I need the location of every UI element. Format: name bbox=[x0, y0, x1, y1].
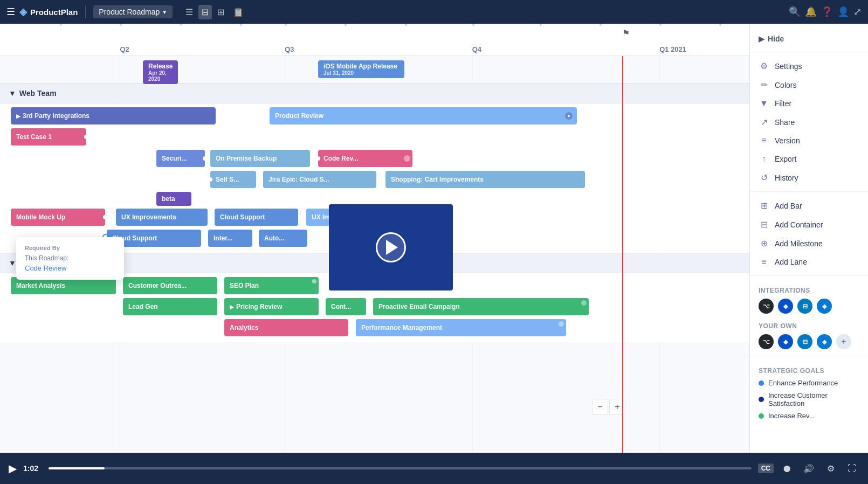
player-fullscreen-btn[interactable]: ⛶ bbox=[844, 461, 859, 475]
add-container-label: Add Container bbox=[775, 220, 823, 229]
bar-inter[interactable]: Inter... bbox=[208, 230, 252, 247]
popup-link[interactable]: Code Review bbox=[25, 264, 115, 272]
sidebar-divider-1 bbox=[750, 52, 868, 52]
sidebar-item-add-bar[interactable]: ⊞ Add Bar bbox=[750, 196, 868, 215]
bell-icon[interactable]: 🔔 bbox=[805, 6, 817, 18]
connector-dot-mobile bbox=[102, 214, 105, 220]
bar-seo-plan[interactable]: SEO Plan bbox=[224, 277, 319, 294]
connector-dot-self bbox=[210, 176, 213, 183]
help-icon[interactable]: ❓ bbox=[821, 6, 833, 18]
sidebar-item-settings[interactable]: ⚙ Settings bbox=[750, 57, 868, 75]
sidebar-item-add-milestone[interactable]: ⊕ Add Milestone bbox=[750, 234, 868, 253]
bar-product-review[interactable]: Product Review ● bbox=[270, 107, 577, 125]
colors-icon: ✏ bbox=[759, 80, 769, 90]
search-icon[interactable]: 🔍 bbox=[789, 6, 801, 18]
bar-ux-improvements-1[interactable]: UX Improvements bbox=[116, 209, 208, 226]
video-overlay[interactable] bbox=[329, 204, 453, 291]
web-team-collapse-icon[interactable]: ▼ bbox=[9, 89, 16, 98]
strategic-goals-title: Strategic Goals bbox=[750, 361, 868, 377]
top-nav: ☰ ◈ ProductPlan Product Roadmap ▼ ☰ ⊟ ⊞ … bbox=[0, 0, 868, 24]
bar-label: SEO Plan bbox=[230, 282, 259, 289]
sidebar-item-export[interactable]: ↑ Export bbox=[750, 150, 868, 168]
timeline-dot bbox=[285, 24, 287, 26]
app-name: ProductPlan bbox=[30, 8, 78, 17]
your-azure-integration[interactable]: ◈ bbox=[817, 334, 832, 349]
bar-on-premise[interactable]: On Premise Backup bbox=[210, 150, 310, 167]
bar-beta[interactable]: beta bbox=[156, 192, 191, 206]
required-by-popup: Required By This Roadmap: Code Review bbox=[16, 237, 124, 280]
player-settings-btn[interactable]: ⚙ bbox=[824, 461, 838, 476]
play-button[interactable] bbox=[376, 232, 406, 262]
hamburger-icon[interactable]: ☰ bbox=[6, 6, 15, 18]
bar-cloud-support-1[interactable]: Cloud Support bbox=[215, 209, 298, 226]
flag-icon: ⚑ bbox=[622, 28, 630, 38]
timeline-dot bbox=[540, 24, 542, 26]
bar-securi[interactable]: Securi... bbox=[156, 150, 205, 167]
bar-auto[interactable]: Auto... bbox=[259, 230, 307, 247]
zoom-out-button[interactable]: − bbox=[592, 399, 608, 415]
your-github-integration[interactable]: ⌥ bbox=[759, 334, 774, 349]
bar-shopping-cart[interactable]: Shopping: Cart Improvements bbox=[385, 171, 585, 188]
bar-performance-management[interactable]: Performance Management bbox=[356, 319, 566, 336]
bar-lead-gen[interactable]: Lead Gen bbox=[123, 298, 217, 315]
goal-customer: Increase Customer Satisfaction bbox=[750, 389, 868, 410]
trello-integration[interactable]: ⊟ bbox=[797, 299, 812, 314]
sidebar-item-colors[interactable]: ✏ Colors bbox=[750, 75, 868, 94]
your-own-title: Your Own bbox=[750, 316, 868, 332]
bar-label: UX Improvements bbox=[121, 213, 176, 221]
bar-test-case-1[interactable]: Test Case 1 bbox=[11, 128, 86, 146]
sidebar-item-history[interactable]: ↺ History bbox=[750, 168, 868, 187]
history-icon: ↺ bbox=[759, 172, 769, 183]
bar-label: Test Case 1 bbox=[16, 133, 52, 141]
timeline-dot bbox=[60, 24, 62, 26]
perf-dot bbox=[559, 321, 564, 327]
bar-label: Analytics bbox=[230, 324, 258, 331]
player-play-btn[interactable]: ▶ bbox=[9, 462, 17, 475]
jira-integration[interactable]: ◆ bbox=[778, 299, 793, 314]
table-view-btn[interactable]: ⊞ bbox=[214, 5, 228, 19]
bar-3rd-party[interactable]: ▶ 3rd Party Integrations bbox=[11, 107, 216, 125]
bar-cont[interactable]: Cont... bbox=[326, 298, 366, 315]
bar-proactive-email[interactable]: Proactive Email Campaign bbox=[373, 298, 589, 315]
q2-label: Q2 bbox=[120, 45, 129, 53]
github-integration[interactable]: ⌥ bbox=[759, 299, 774, 314]
board-view-btn[interactable]: ⊟ bbox=[198, 5, 212, 19]
bar-label: Pricing Review bbox=[236, 303, 282, 310]
sidebar-item-version[interactable]: ≡ Version bbox=[750, 132, 868, 150]
sidebar-item-share[interactable]: ↗ Share bbox=[750, 113, 868, 132]
bar-jira-epic[interactable]: Jira Epic: Cloud S... bbox=[263, 171, 376, 188]
marketing-team-collapse-icon[interactable]: ▼ bbox=[9, 259, 16, 267]
bar-customer-outreach[interactable]: Customer Outrea... bbox=[123, 277, 217, 294]
add-integration-btn[interactable]: + bbox=[836, 334, 851, 349]
bar-label: beta bbox=[162, 195, 175, 203]
q4-label: Q4 bbox=[472, 45, 481, 53]
bar-self-s[interactable]: Self S... bbox=[210, 171, 256, 188]
fullscreen-icon[interactable]: ⤢ bbox=[853, 6, 862, 18]
user-icon[interactable]: 👤 bbox=[837, 6, 849, 18]
bar-end-dot bbox=[404, 155, 410, 162]
list-view-btn[interactable]: ☰ bbox=[182, 5, 196, 19]
your-jira-integration[interactable]: ◆ bbox=[778, 334, 793, 349]
add-bar-icon: ⊞ bbox=[759, 200, 769, 211]
sidebar-item-add-lane[interactable]: ≡ Add Lane bbox=[750, 253, 868, 271]
your-trello-integration[interactable]: ⊟ bbox=[797, 334, 812, 349]
player-cc-btn[interactable]: CC bbox=[758, 464, 774, 473]
player-dot-btn[interactable]: ⬤ bbox=[780, 462, 794, 474]
calendar-view-btn[interactable]: 📋 bbox=[230, 5, 247, 19]
bar-mobile-mockup[interactable]: Mobile Mock Up bbox=[11, 209, 105, 226]
settings-icon: ⚙ bbox=[759, 61, 769, 71]
expand-icon-pricing: ▶ bbox=[230, 304, 234, 310]
seo-dot bbox=[312, 279, 316, 284]
sidebar-hide-btn[interactable]: ▶ Hide bbox=[750, 30, 868, 47]
player-time: 1:02 bbox=[23, 464, 42, 473]
web-team-lane-header[interactable]: ▼ Web Team bbox=[0, 83, 749, 103]
azure-integration[interactable]: ◈ bbox=[817, 299, 832, 314]
bar-pricing-review[interactable]: ▶ Pricing Review bbox=[224, 298, 319, 315]
roadmap-selector[interactable]: Product Roadmap ▼ bbox=[93, 5, 173, 18]
sidebar-item-add-container[interactable]: ⊟ Add Container bbox=[750, 215, 868, 234]
bar-analytics[interactable]: Analytics bbox=[224, 319, 348, 336]
player-volume-btn[interactable]: 🔊 bbox=[800, 461, 817, 476]
player-progress-bar[interactable] bbox=[49, 467, 752, 469]
bar-code-review[interactable]: Code Rev... bbox=[318, 150, 412, 167]
sidebar-item-filter[interactable]: ▼ Filter bbox=[750, 94, 868, 113]
